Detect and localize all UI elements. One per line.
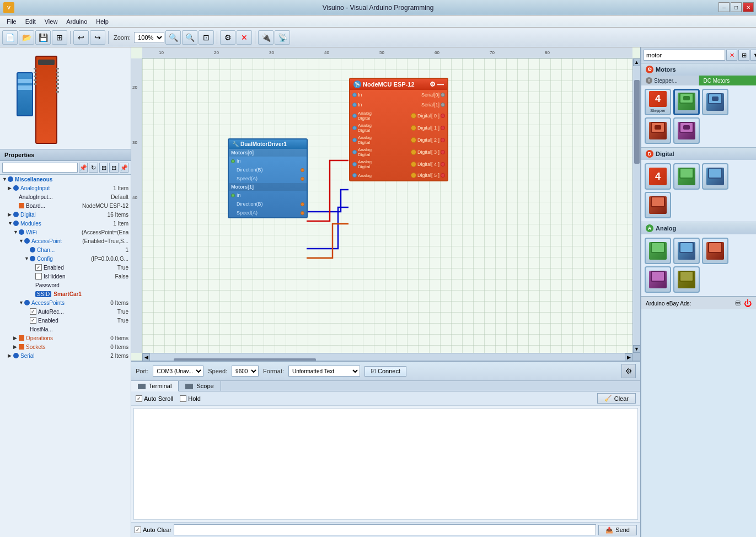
component-analog2[interactable]	[673, 238, 700, 264]
tree-item-analoginput[interactable]: ▶ AnalogInput 1 Item	[0, 184, 131, 192]
component-digital2[interactable]	[673, 163, 700, 190]
prop-collapse-button[interactable]: ⊟	[109, 163, 118, 173]
component-dc2[interactable]	[702, 89, 728, 115]
search-expand-button[interactable]: ⊞	[738, 50, 749, 61]
tree-item-hostname[interactable]: HostNa...	[0, 325, 131, 334]
tree-item-sockets[interactable]: ▶ Sockets 0 Items	[0, 342, 131, 351]
hscroll-left-btn[interactable]: ◀	[142, 353, 150, 361]
clear-button[interactable]: 🧹 Clear	[597, 393, 636, 404]
tree-item-wifi[interactable]: ▼ WiFi (AccessPoint=(Ena...	[0, 228, 131, 237]
tree-item-ssid[interactable]: SSID SmartCar1	[0, 289, 131, 298]
nodemcu-settings-icon[interactable]: ⚙	[430, 80, 436, 88]
prop-expand-button[interactable]: ⊞	[99, 163, 108, 173]
zoom-select[interactable]: 100% 50% 75% 125% 150% 200%	[134, 32, 164, 43]
tree-item-board[interactable]: Board... NodeMCU ESP-12	[0, 201, 131, 210]
nodemcu-collapse-icon[interactable]: —	[437, 80, 444, 88]
nodemcu-header: 📡 NodeMCU ESP-12 ⚙ —	[350, 79, 447, 90]
tree-item-operations[interactable]: ▶ Operations 0 Items	[0, 334, 131, 342]
menu-arduino[interactable]: Arduino	[62, 17, 92, 26]
format-label: Format:	[263, 368, 284, 374]
tree-item-password[interactable]: Password	[0, 281, 131, 289]
menu-file[interactable]: File	[2, 17, 21, 26]
auto-clear-label[interactable]: Auto Clear	[135, 527, 171, 533]
tree-item-serial[interactable]: ▶ Serial 2 Items	[0, 351, 131, 360]
tree-item-ishidden[interactable]: IsHidden False	[0, 272, 131, 281]
prop-refresh-button[interactable]: ↻	[89, 163, 98, 173]
tree-item-accesspoints[interactable]: ▼ AccessPoints 0 Items	[0, 298, 131, 307]
port-select[interactable]: COM3 (Unav...	[153, 366, 203, 377]
hold-label[interactable]: Hold	[180, 395, 201, 402]
speed-select[interactable]: 9600	[232, 366, 259, 377]
tree-item-miscellaneous[interactable]: ▼ Miscellaneous	[0, 175, 131, 184]
tree-item-digital[interactable]: ▶ Digital 16 Items	[0, 210, 131, 219]
compile-button[interactable]: ⚙	[220, 30, 235, 45]
undo-button[interactable]: ↩	[73, 30, 89, 45]
new-button[interactable]: 📄	[2, 30, 18, 45]
tab-terminal[interactable]: Terminal	[131, 381, 179, 391]
prop-pin-button[interactable]: 📌	[79, 163, 88, 173]
auto-scroll-checkbox[interactable]	[136, 395, 142, 402]
format-select[interactable]: Unformatted Text	[288, 366, 360, 377]
tree-item-analoginput-default[interactable]: AnalogInput... Default	[0, 192, 131, 201]
search-clear-button[interactable]: ✕	[726, 50, 737, 61]
tree-item-enabled[interactable]: Enabled True	[0, 263, 131, 272]
connect-button[interactable]: ☑ Connect	[364, 366, 406, 377]
component-analog3[interactable]	[702, 238, 728, 264]
hscroll-right-btn[interactable]: ▶	[625, 353, 632, 361]
subcat-dc-motors[interactable]: DC Motors	[699, 76, 757, 85]
component-analog5[interactable]	[673, 266, 700, 293]
upload-button[interactable]: ✕	[237, 30, 252, 45]
component-digital4[interactable]	[645, 192, 671, 218]
minimize-button[interactable]: –	[719, 2, 730, 12]
zoom-in-button[interactable]: 🔍	[165, 30, 181, 45]
menu-view[interactable]: View	[40, 17, 62, 26]
component-dc1[interactable]	[673, 89, 700, 115]
canvas-wrapper[interactable]: 10 20 30 40 50 60 70 80 20 30 40	[131, 47, 640, 361]
menu-help[interactable]: Help	[92, 17, 113, 26]
search-options-button[interactable]: ▼	[750, 50, 756, 61]
hold-checkbox[interactable]	[180, 395, 186, 402]
component-dc4[interactable]	[673, 117, 700, 144]
send-button[interactable]: 📤 Send	[598, 525, 637, 535]
stepper-label: Stepper...	[654, 78, 678, 84]
restore-button[interactable]: □	[731, 2, 742, 12]
redo-button[interactable]: ↪	[90, 30, 105, 45]
tree-item-accesspoint[interactable]: ▼ AccessPoint (Enabled=True,S...	[0, 237, 131, 245]
tab-scope[interactable]: Scope	[179, 381, 221, 391]
grid-button[interactable]: ⊞	[52, 30, 67, 45]
tree-item-channel[interactable]: Chan... 1	[0, 245, 131, 254]
vscroll-up-btn[interactable]: ▲	[633, 58, 641, 66]
component-stepper[interactable]: 4 Stepper	[645, 89, 671, 115]
tree-item-modules[interactable]: ▼ Modules 1 Item	[0, 219, 131, 228]
serial-settings-button[interactable]: ⚙	[621, 364, 636, 378]
component-dc3[interactable]	[645, 117, 671, 144]
serial-button[interactable]: 📡	[275, 30, 290, 45]
component-analog4[interactable]	[645, 266, 671, 293]
zoom-fit-button[interactable]: ⊡	[199, 30, 214, 45]
board-button[interactable]: 🔌	[258, 30, 274, 45]
tree-item-autorec[interactable]: AutoRec... True	[0, 307, 131, 316]
vscroll-down-btn[interactable]: ▼	[633, 345, 641, 353]
auto-clear-checkbox[interactable]	[135, 527, 141, 533]
zoom-out-button[interactable]: 🔍	[182, 30, 197, 45]
tree-item-enabled2[interactable]: Enabled True	[0, 316, 131, 325]
save-button[interactable]: 💾	[35, 30, 51, 45]
component-digital3[interactable]	[702, 163, 728, 190]
subcat-stepper[interactable]: S Stepper...	[641, 76, 699, 85]
hscrollbar[interactable]: ◀ ▶	[142, 353, 632, 361]
serial-input-field[interactable]	[174, 524, 596, 535]
component-search-input[interactable]	[644, 50, 725, 61]
close-button[interactable]: ✕	[743, 2, 754, 12]
component-digital1[interactable]: 4	[645, 163, 671, 190]
tree-item-config[interactable]: ▼ Config (IP=0.0.0.0,G...	[0, 254, 131, 263]
nodemcu-component[interactable]: 📡 NodeMCU ESP-12 ⚙ — In	[349, 78, 448, 181]
motordriver-component[interactable]: 🔧 DualMotorDriver1 Motors[0] In Directio…	[228, 138, 308, 218]
open-button[interactable]: 📂	[19, 30, 34, 45]
component-analog1[interactable]	[645, 238, 671, 264]
prop-pin2-button[interactable]: 📌	[120, 163, 128, 173]
scope-icon	[185, 384, 193, 389]
auto-scroll-label[interactable]: Auto Scroll	[136, 395, 173, 402]
properties-search[interactable]	[2, 163, 78, 173]
vscrollbar[interactable]: ▲ ▼	[632, 58, 640, 353]
menu-edit[interactable]: Edit	[21, 17, 40, 26]
